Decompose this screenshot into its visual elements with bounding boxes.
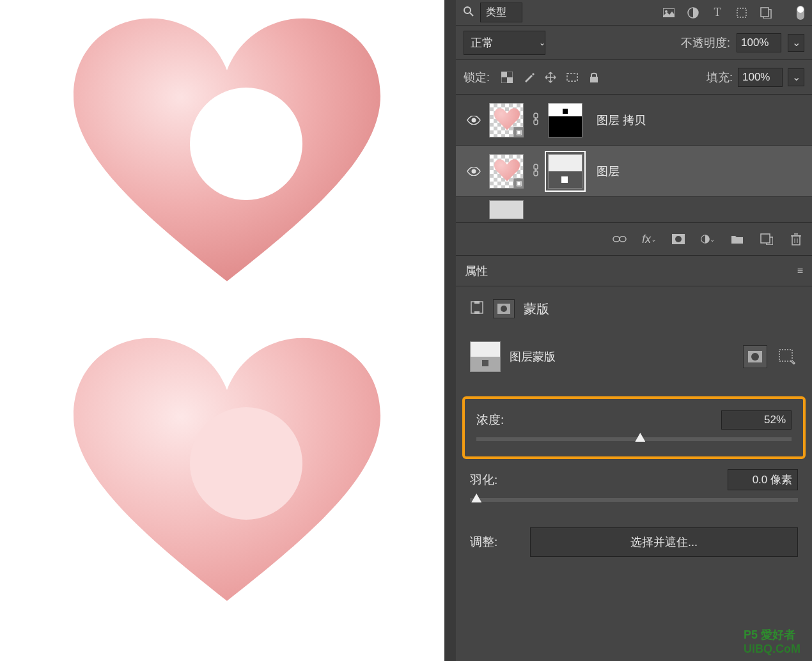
layer-mask-button[interactable] — [743, 345, 767, 368]
pixel-mask-mode-icon[interactable] — [470, 300, 484, 317]
svg-rect-12 — [567, 74, 577, 81]
svg-rect-23 — [620, 237, 626, 242]
opacity-dropdown[interactable] — [788, 34, 804, 52]
svg-point-25 — [675, 236, 682, 242]
link-layers-icon[interactable] — [613, 232, 627, 246]
adjust-row: 调整: 选择并遮住... — [456, 511, 812, 573]
mask-kind-header: 蒙版 — [456, 286, 812, 331]
svg-rect-22 — [613, 237, 620, 242]
density-highlight: 浓度: 52% — [462, 396, 806, 459]
fx-icon[interactable]: fx⌄ — [642, 232, 656, 246]
lock-label: 锁定: — [464, 70, 490, 85]
new-group-icon[interactable] — [730, 232, 744, 246]
filter-toggle[interactable] — [797, 6, 804, 20]
filter-shape-icon[interactable] — [735, 6, 748, 19]
layer-row[interactable] — [456, 197, 812, 222]
feather-slider-thumb[interactable] — [471, 494, 481, 502]
new-adjustment-icon[interactable]: ⌄ — [701, 232, 715, 246]
lock-artboard-icon[interactable] — [564, 69, 581, 86]
layer-list: ▣ 图层 拷贝 ▣ 图层 — [456, 95, 812, 222]
fill-dropdown[interactable] — [788, 68, 804, 86]
lock-transparency-icon[interactable] — [499, 69, 515, 86]
watermark: P5 愛好者 UiBQ.CoM — [744, 627, 800, 656]
filter-smart-icon[interactable] — [760, 6, 772, 19]
panel-menu-icon[interactable]: ≡ — [797, 265, 803, 277]
mask-toggle-icon[interactable] — [493, 299, 515, 318]
svg-line-3 — [470, 13, 473, 16]
select-and-mask-button[interactable]: 选择并遮住... — [530, 527, 798, 557]
visibility-icon[interactable] — [467, 167, 480, 176]
filter-type-icons: T — [662, 6, 772, 19]
lock-position-icon[interactable] — [542, 69, 559, 86]
density-slider-thumb[interactable] — [635, 433, 645, 442]
layer-mask-thumbnail[interactable] — [548, 154, 582, 189]
layer-name-label[interactable]: 图层 — [597, 164, 620, 179]
svg-rect-7 — [737, 8, 746, 17]
filter-kind-select[interactable]: 类型 — [480, 3, 522, 22]
svg-point-0 — [190, 88, 302, 200]
smart-object-badge: ▣ — [513, 178, 524, 189]
filter-text-icon[interactable]: T — [711, 6, 724, 19]
density-input[interactable]: 52% — [721, 410, 792, 430]
feather-input[interactable]: 0.0 像素 — [728, 469, 798, 490]
layer-filter-row: 类型 ⌄ T — [456, 0, 812, 26]
properties-header: 属性 ≡ — [456, 256, 812, 286]
lock-row: 锁定: 填充: 100% — [456, 60, 812, 95]
mask-preview-thumb[interactable] — [470, 341, 501, 372]
canvas-scrollbar[interactable] — [444, 0, 456, 661]
layers-panel: 类型 ⌄ T 正常 ⌄ 不透明度: 100% 锁定: 填充: 100% — [456, 0, 812, 661]
layer-thumbnail[interactable] — [489, 200, 524, 219]
svg-point-1 — [190, 407, 302, 520]
layer-row[interactable]: ▣ 图层 拷贝 — [456, 95, 812, 146]
properties-title: 属性 — [465, 263, 488, 279]
adjust-label: 调整: — [470, 534, 521, 550]
lock-all-icon[interactable] — [586, 69, 602, 86]
chevron-down-icon: ⌄ — [539, 38, 545, 47]
search-icon — [464, 6, 474, 19]
svg-point-18 — [472, 169, 476, 173]
layer-footer: fx⌄ ⌄ — [456, 222, 812, 256]
mask-link-icon[interactable] — [530, 164, 542, 179]
svg-point-2 — [464, 7, 471, 13]
layer-thumbnail[interactable]: ▣ — [489, 103, 524, 137]
mask-type-row: 图层蒙版 — [456, 331, 812, 382]
blend-mode-select[interactable]: 正常 — [464, 31, 545, 55]
visibility-icon[interactable] — [467, 116, 480, 125]
fill-label: 填充: — [707, 70, 733, 85]
feather-slider[interactable] — [470, 498, 798, 502]
svg-point-39 — [751, 353, 759, 361]
svg-rect-40 — [779, 350, 792, 361]
layer-mask-thumbnail[interactable] — [548, 103, 582, 137]
filter-adjust-icon[interactable] — [687, 6, 699, 19]
blend-mode-row: 正常 ⌄ 不透明度: 100% — [456, 26, 812, 60]
lock-paint-icon[interactable] — [520, 69, 537, 86]
opacity-input[interactable]: 100% — [737, 33, 781, 52]
delete-icon[interactable] — [789, 232, 803, 246]
svg-rect-8 — [761, 8, 769, 17]
vector-mask-button[interactable] — [776, 346, 798, 367]
canvas-area[interactable] — [0, 0, 444, 661]
heart-preview-top — [61, 6, 393, 303]
smart-object-badge: ▣ — [513, 127, 524, 137]
filter-pixel-icon[interactable] — [662, 6, 675, 19]
fill-input[interactable]: 100% — [738, 68, 783, 87]
feather-row: 羽化: 0.0 像素 — [456, 469, 812, 511]
svg-point-37 — [501, 306, 507, 312]
layer-row[interactable]: ▣ 图层 — [456, 146, 812, 197]
mask-type-label: 图层蒙版 — [510, 349, 556, 364]
layer-name-label[interactable]: 图层 拷贝 — [597, 113, 646, 128]
svg-rect-34 — [474, 301, 480, 304]
svg-rect-11 — [507, 77, 513, 83]
svg-rect-28 — [792, 236, 800, 245]
mask-kind-label: 蒙版 — [524, 300, 549, 318]
mask-link-icon[interactable] — [530, 113, 542, 128]
density-slider[interactable] — [476, 437, 792, 441]
new-layer-icon[interactable] — [760, 232, 774, 246]
svg-rect-13 — [590, 77, 598, 82]
svg-point-5 — [665, 10, 668, 13]
heart-preview-bottom — [61, 326, 393, 623]
svg-rect-35 — [474, 311, 480, 314]
layer-thumbnail[interactable]: ▣ — [489, 154, 524, 189]
add-mask-icon[interactable] — [671, 232, 685, 246]
svg-point-14 — [472, 118, 476, 122]
